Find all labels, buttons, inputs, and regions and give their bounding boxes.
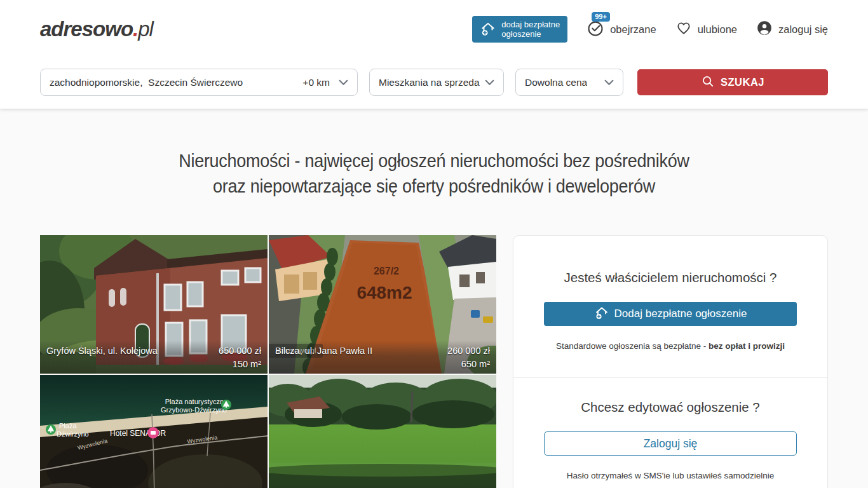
edit-note: Hasło otrzymałeś w SMS'ie lub ustawiłeś … — [544, 471, 797, 480]
listing-overlay: Grojec, ul. Regionna 891 000 zł — [269, 484, 496, 488]
sidebar-add-listing-button[interactable]: Dodaj bezpłatne ogłoszenie — [544, 302, 797, 326]
listing-area: 150 m² — [46, 359, 261, 369]
sidebar-card: Jesteś właścicielem nieruchomości ? Doda… — [513, 235, 828, 488]
favorites-label: ulubione — [698, 24, 737, 36]
listing-card-gryfow[interactable]: Gryfów Śląski, ul. Kolejowa 650 000 zł 1… — [40, 235, 268, 374]
user-icon — [756, 20, 773, 39]
sidebar: Jesteś właścicielem nieruchomości ? Doda… — [513, 235, 828, 488]
owner-section: Jesteś właścicielem nieruchomości ? Doda… — [513, 236, 827, 377]
check-circle-icon — [587, 19, 604, 39]
map-label-beach-line1: Plaża naturystyczna — [165, 398, 228, 405]
plot-area-label: 648m2 — [356, 283, 412, 302]
category-value: Mieszkania na sprzeda — [379, 77, 480, 88]
listing-card-bilcza[interactable]: 267/2 648m2 adresowo.pl Bilcza, ul. Jana… — [269, 235, 496, 374]
listing-overlay: Gryfów Śląski, ul. Kolejowa 650 000 zł 1… — [40, 341, 268, 374]
chevron-down-icon — [604, 77, 614, 88]
main-content: Nieruchomości - najwięcej ogłoszeń nieru… — [40, 148, 828, 488]
listing-overlay: Bilcza, ul. Jana Pawła II 260 000 zł 650… — [269, 341, 496, 374]
price-value: Dowolna cena — [525, 77, 587, 88]
logo-text: adresowo — [40, 17, 133, 41]
listing-price: 650 000 zł — [219, 346, 261, 356]
listing-photo-satellite-map: Plaża naturystyczna Grzybowo-Dźwirzyno P… — [40, 375, 268, 488]
map-label-dzwirzyno: Dźwirzyno — [57, 430, 89, 438]
house-plus-icon — [594, 305, 609, 323]
map-label-beach-line2: Grzybowo-Dźwirzyno — [161, 406, 227, 414]
listing-area: 650 m² — [275, 359, 490, 369]
login-nav-item[interactable]: zaloguj się — [756, 20, 828, 39]
favorites-nav-item[interactable]: ulubione — [675, 20, 737, 39]
site-logo[interactable]: adresowo.pl — [40, 17, 153, 41]
map-label-plaza: Plaża — [59, 422, 77, 430]
search-bar: zachodniopomorskie, Szczecin Świerczewo … — [40, 69, 828, 96]
sidebar-add-listing-label: Dodaj bezpłatne ogłoszenie — [614, 308, 747, 320]
price-select[interactable]: Dowolna cena — [515, 69, 623, 96]
location-value: zachodniopomorskie, Szczecin Świerczewo — [50, 77, 243, 88]
owner-note-regular: Standardowe ogłoszenia są bezpłatne - — [556, 341, 709, 351]
listing-location: Gryfów Śląski, ul. Kolejowa — [46, 346, 158, 356]
header: adresowo.pl dodaj bezpłatne ogłoszenie — [0, 0, 868, 109]
owner-note: Standardowe ogłoszenia są bezpłatne - be… — [544, 341, 797, 351]
edit-section-title: Chcesz edytować ogłoszenie ? — [544, 400, 797, 415]
viewed-label: obejrzane — [610, 24, 656, 36]
house-plus-icon — [480, 20, 496, 39]
owner-section-title: Jesteś właścicielem nieruchomości ? — [544, 270, 797, 285]
listing-grid: Gryfów Śląski, ul. Kolejowa 650 000 zł 1… — [40, 235, 496, 488]
viewed-count-badge: 99+ — [592, 12, 610, 22]
viewed-nav-item[interactable]: 99+ obejrzane — [587, 19, 656, 39]
listing-price: 260 000 zł — [447, 346, 490, 356]
listing-overlay: Dźwirzyno, ul. Wyzwolenia zapytaj — [40, 484, 268, 488]
page-title-line2: oraz niepowtarzające się oferty pośredni… — [79, 173, 789, 199]
radius-value: +0 km — [302, 77, 330, 88]
heart-icon — [675, 20, 692, 39]
search-button-label: SZUKAJ — [721, 76, 764, 88]
listing-location: Bilcza, ul. Jana Pawła II — [275, 346, 372, 356]
add-listing-label-line2: ogłoszenie — [501, 29, 560, 39]
add-listing-button[interactable]: dodaj bezpłatne ogłoszenie — [472, 16, 567, 43]
page-title-line1: Nieruchomości - najwięcej ogłoszeń nieru… — [79, 148, 789, 173]
page-title: Nieruchomości - najwięcej ogłoszeń nieru… — [79, 148, 789, 199]
add-listing-label-line1: dodaj bezpłatne — [501, 20, 560, 29]
chevron-down-icon — [485, 77, 494, 88]
category-select[interactable]: Mieszkania na sprzeda — [369, 69, 504, 96]
login-label: zaloguj się — [778, 24, 828, 36]
sidebar-login-button[interactable]: Zaloguj się — [544, 431, 797, 456]
location-field[interactable]: zachodniopomorskie, Szczecin Świerczewo … — [40, 69, 358, 96]
listing-card-dzwirzyno[interactable]: Plaża naturystyczna Grzybowo-Dźwirzyno P… — [40, 375, 268, 488]
listing-card-grojec[interactable]: Grojec, ul. Regionna 891 000 zł — [269, 375, 496, 488]
edit-section: Chcesz edytować ogłoszenie ? Zaloguj się… — [513, 377, 827, 488]
search-submit-button[interactable]: SZUKAJ — [637, 69, 828, 95]
search-icon — [701, 74, 715, 91]
plot-number-label: 267/2 — [374, 266, 399, 276]
chevron-down-icon — [339, 77, 348, 88]
sidebar-login-label: Zaloguj się — [644, 437, 698, 451]
owner-note-bold: bez opłat i prowizji — [709, 341, 785, 351]
listing-photo-meadow — [269, 375, 496, 488]
